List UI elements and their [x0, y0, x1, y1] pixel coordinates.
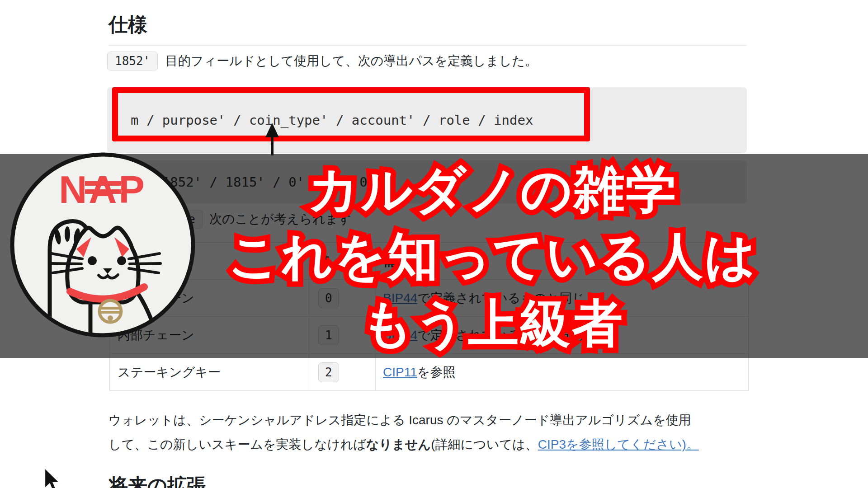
table-row: ステーキングキー 2 CIP11を参照 — [110, 354, 749, 391]
cell-value: 2 — [309, 354, 376, 391]
purpose-code-chip: 1852' — [107, 52, 158, 70]
intro-paragraph: 1852' 目的フィールドとして使用して、次の導出パスを定義しました。 — [107, 49, 745, 73]
headline-line2: これを知っている人は これを知っている人は — [199, 223, 787, 290]
page: 仕様 1852' 目的フィールドとして使用して、次の導出パスを定義しました。 m… — [0, 0, 868, 488]
cip11-link[interactable]: CIP11 — [383, 365, 417, 379]
intro-text: 目的フィールドとして使用して、次の導出パスを定義しました。 — [165, 54, 538, 68]
section-title-future: 将来の拡張 — [108, 473, 206, 488]
paragraph-bold: なりません — [366, 437, 431, 451]
cip3-link[interactable]: CIP3を参照してください)。 — [538, 437, 699, 451]
cell-note: CIP11を参照 — [376, 354, 749, 391]
section-title-spec: 仕様 — [108, 12, 147, 38]
paragraph-text2: (詳細については、 — [431, 437, 538, 451]
cell-role: ステーキングキー — [110, 354, 309, 391]
headline-line1: カルダノの雑学 カルダノの雑学 — [199, 156, 787, 223]
headline-line3: もう上級者 もう上級者 — [199, 290, 787, 357]
up-arrow-annotation — [264, 122, 280, 155]
headline-caption: カルダノの雑学 カルダノの雑学 これを知っている人は これを知っている人は もう… — [199, 156, 787, 357]
value-badge: 2 — [318, 362, 339, 382]
wallet-paragraph: ウォレットは、シーケンシャルアドレス指定による Icarus のマスターノード導… — [108, 408, 701, 457]
heading-divider — [108, 45, 747, 46]
maneki-neko-icon: NAP — [10, 152, 195, 338]
note-text: を参照 — [417, 365, 456, 379]
nap-cat-logo: NAP — [10, 152, 195, 338]
mouse-cursor — [40, 466, 66, 488]
highlight-box — [112, 87, 590, 141]
